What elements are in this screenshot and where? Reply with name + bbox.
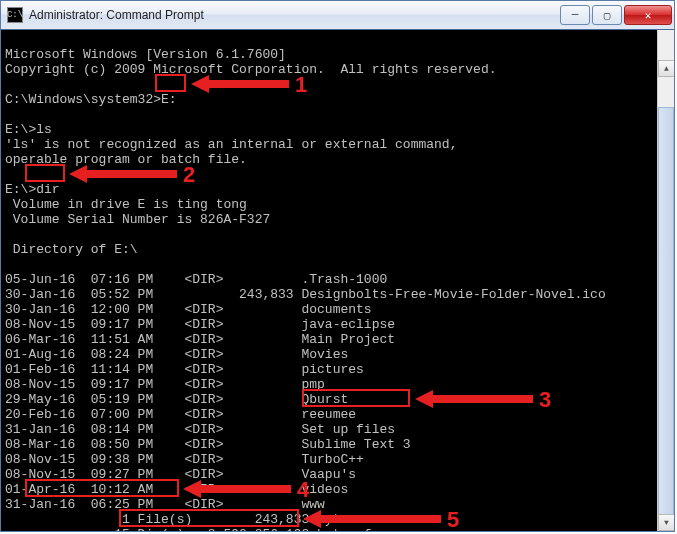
- scroll-down-button[interactable]: ▼: [658, 514, 674, 531]
- terminal-output[interactable]: Microsoft Windows [Version 6.1.7600] Cop…: [1, 30, 674, 531]
- annotation-arrow-3: 3: [415, 390, 551, 408]
- annotation-arrow-1: 1: [191, 75, 307, 93]
- command-prompt-window: C:\ Administrator: Command Prompt ─ ▢ ✕ …: [0, 0, 675, 532]
- dir-row: 01-Aug-16 08:24 PM <DIR> Movies: [5, 347, 348, 362]
- dir-row: 05-Jun-16 07:16 PM <DIR> .Trash-1000: [5, 272, 387, 287]
- dir-row: 31-Jan-16 06:25 PM <DIR> www: [5, 497, 325, 512]
- folder-setup-files: Set up files: [301, 422, 395, 437]
- dir-row: 30-Jan-16 12:00 PM <DIR> documents: [5, 302, 372, 317]
- maximize-button[interactable]: ▢: [592, 5, 622, 25]
- prompt-line: E:\>dir: [5, 182, 60, 197]
- dir-row: 01-Feb-16 11:14 PM <DIR> pictures: [5, 362, 364, 377]
- dir-row: 30-Jan-16 05:52 PM 243,833 Designbolts-F…: [5, 287, 606, 302]
- prompt-line: E:\>ls: [5, 122, 52, 137]
- text-line: Volume in drive E is ting tong: [5, 197, 247, 212]
- text-line: Copyright (c) 2009 Microsoft Corporation…: [5, 62, 496, 77]
- annotation-number: 3: [539, 392, 551, 407]
- dir-row: 31-Jan-16 08:14 PM <DIR> Set up files: [5, 422, 395, 437]
- annotation-arrow-2: 2: [69, 165, 195, 183]
- text-line: Directory of E:\: [5, 242, 138, 257]
- dir-row: 08-Nov-15 09:17 PM <DIR> pmp: [5, 377, 325, 392]
- vertical-scrollbar[interactable]: ▲ ▼: [657, 30, 674, 531]
- cmd-dir: >dir: [28, 182, 59, 197]
- summary-line: 1 File(s) 243,833 bytes: [5, 512, 356, 527]
- scroll-up-button[interactable]: ▲: [658, 60, 674, 77]
- summary-line: 15 Dir(s) 8,590,856,192 bytes free: [5, 527, 395, 531]
- dir-row: 06-Mar-16 11:51 AM <DIR> Main Project: [5, 332, 395, 347]
- window-title: Administrator: Command Prompt: [29, 8, 558, 22]
- dir-row: 29-May-16 05:19 PM <DIR> Qburst: [5, 392, 348, 407]
- scroll-track[interactable]: [658, 107, 674, 531]
- minimize-button[interactable]: ─: [560, 5, 590, 25]
- dir-row: 01-Apr-16 10:12 AM <DIR> videos: [5, 482, 348, 497]
- prompt-line: C:\Windows\system32>E:: [5, 92, 177, 107]
- dir-row: 08-Nov-15 09:27 PM <DIR> Vaapu's: [5, 467, 356, 482]
- annotation-number: 5: [447, 512, 459, 527]
- cmd-E: >E:: [153, 92, 176, 107]
- scroll-thumb[interactable]: [658, 107, 674, 531]
- annotation-number: 2: [183, 167, 195, 182]
- dir-row: 08-Nov-15 09:17 PM <DIR> java-eclipse: [5, 317, 395, 332]
- dir-row: 08-Mar-16 08:50 PM <DIR> Sublime Text 3: [5, 437, 411, 452]
- close-button[interactable]: ✕: [624, 5, 672, 25]
- text-line: 'ls' is not recognized as an internal or…: [5, 137, 457, 152]
- window-controls: ─ ▢ ✕: [558, 5, 672, 25]
- cmd-icon: C:\: [7, 7, 23, 23]
- text-line: operable program or batch file.: [5, 152, 247, 167]
- text-line: Volume Serial Number is 826A-F327: [5, 212, 270, 227]
- dir-row: 20-Feb-16 07:00 PM <DIR> reeumee: [5, 407, 356, 422]
- annotation-number: 1: [295, 77, 307, 92]
- titlebar[interactable]: C:\ Administrator: Command Prompt ─ ▢ ✕: [1, 1, 674, 30]
- text-line: Microsoft Windows [Version 6.1.7600]: [5, 47, 286, 62]
- dir-row: 08-Nov-15 09:38 PM <DIR> TurboC++: [5, 452, 364, 467]
